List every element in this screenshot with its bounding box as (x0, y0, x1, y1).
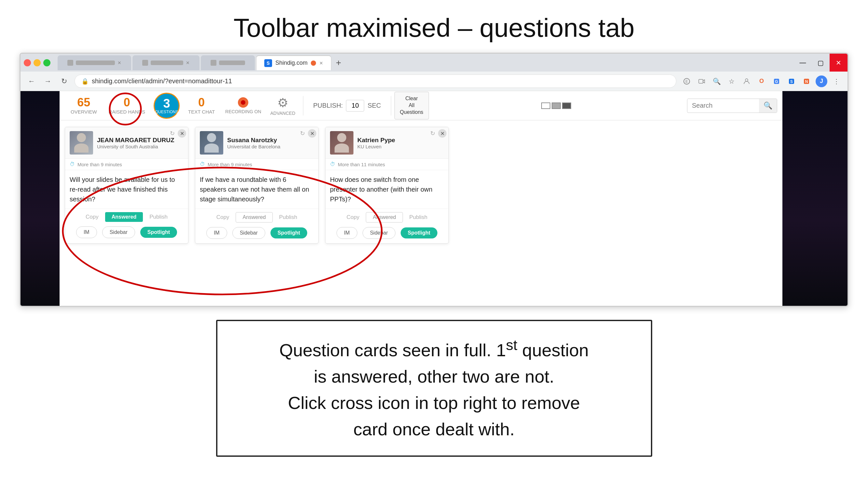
close-dot[interactable] (24, 59, 31, 66)
card-1-person-name: JEAN MARGARET DURUZ (97, 137, 184, 144)
bookmark-icon[interactable]: ☆ (726, 75, 738, 87)
address-bar: ← → ↻ 🔒 shindig.com/client/admin/?event=… (21, 72, 847, 91)
maximize-dot[interactable] (43, 59, 51, 66)
card-2-actions-row2: IM Sidebar Spotlight (195, 225, 318, 243)
publish-label: PUBLISH: (313, 102, 343, 109)
text-chat-tab[interactable]: 0 TEXT CHAT (182, 93, 221, 118)
recording-dot (238, 97, 248, 108)
recording-indicator-dot (311, 61, 316, 66)
card-2-person-name: Susana Narotzky (227, 137, 314, 144)
account-icon[interactable] (741, 75, 752, 87)
card-2-copy-link[interactable]: Copy (216, 214, 229, 221)
lock-icon: 🔒 (81, 78, 89, 85)
card-3-publish-link[interactable]: Publish (409, 214, 428, 221)
card-1-publish-link[interactable]: Publish (149, 214, 167, 220)
card-2-close-button[interactable]: ✕ (308, 129, 316, 138)
question-card-2: Susana Narotzky Universitat de Barcelona… (195, 127, 319, 244)
questions-area: JEAN MARGARET DURUZ University of South … (60, 120, 782, 250)
publish-seconds-input[interactable] (346, 100, 364, 111)
scene-left-panel (21, 91, 60, 306)
video-icon[interactable] (696, 75, 708, 87)
browser-tabs-bar: ✕ ✕ S Shindig.com ✕ + — (21, 54, 847, 72)
card-1-refresh-button[interactable]: ↻ (168, 129, 177, 138)
card-1-answered-button[interactable]: Answered (105, 212, 143, 222)
card-2-spotlight-button[interactable]: Spotlight (271, 227, 307, 238)
svg-text:G: G (775, 79, 778, 84)
toolbar-separator-1 (303, 96, 303, 116)
close-button[interactable]: ✕ (830, 54, 847, 72)
card-3-person-org: KU Leuven (358, 144, 444, 149)
card-1-sidebar-button[interactable]: Sidebar (102, 226, 135, 238)
search-input[interactable] (687, 99, 759, 112)
minimize-dot[interactable] (33, 59, 41, 66)
card-2-refresh-button[interactable]: ↻ (298, 129, 307, 138)
card-3-header: Katrien Pype KU Leuven ↻ ✕ (326, 127, 448, 159)
restore-button[interactable]: ▢ (812, 54, 830, 72)
card-1-actions-row2: IM Sidebar Spotlight (65, 224, 188, 243)
card-2-publish-link[interactable]: Publish (279, 214, 298, 221)
card-1-copy-link[interactable]: Copy (86, 214, 99, 220)
card-3-refresh-button[interactable]: ↻ (428, 129, 437, 138)
address-input-field[interactable]: 🔒 shindig.com/client/admin/?event=nomadi… (74, 74, 676, 88)
questions-tab-active[interactable]: 3 QUESTIONS (151, 91, 182, 121)
card-3-person-name: Katrien Pype (358, 137, 444, 144)
app-layout: 65 OVERVIEW 0 RAISED HANDS 3 QUESTIONS (21, 91, 847, 306)
card-2-time: ⏱ More than 9 minutes (195, 159, 318, 170)
card-2-person-info: Susana Narotzky Universitat de Barcelona (227, 137, 314, 149)
card-1-question-text: Will your slides be available for us to … (70, 176, 175, 203)
card-3-spotlight-button[interactable]: Spotlight (401, 227, 437, 238)
card-3-im-button[interactable]: IM (337, 227, 358, 239)
recording-label: RECORDING ON (225, 109, 261, 114)
card-3-copy-link[interactable]: Copy (347, 214, 360, 221)
shindig-tab-close[interactable]: ✕ (319, 61, 323, 66)
extensions-icon[interactable]: E (681, 75, 692, 87)
card-2-time-label: More than 9 minutes (208, 162, 252, 167)
questions-count: 3 (163, 97, 170, 110)
new-tab-button[interactable]: + (333, 57, 344, 69)
panel-large-icon[interactable] (562, 102, 571, 109)
advanced-label: ADVANCED (271, 110, 296, 116)
shindig-tab[interactable]: S Shindig.com ✕ (256, 55, 331, 70)
advanced-button[interactable]: ⚙ ADVANCED (266, 92, 300, 119)
browser-ext-2[interactable]: S (786, 75, 797, 87)
inactive-tab-1[interactable]: ✕ (58, 55, 131, 70)
panel-small-icon[interactable] (541, 102, 550, 109)
refresh-button[interactable]: ↻ (58, 75, 70, 87)
profile-avatar[interactable]: J (815, 75, 827, 87)
forward-button[interactable]: → (42, 75, 54, 87)
svg-point-4 (745, 79, 748, 82)
card-2-answered-button[interactable]: Answered (236, 212, 272, 223)
card-1-actions-row1: Copy Answered Publish (65, 208, 188, 224)
minimize-button[interactable]: — (794, 54, 812, 72)
card-1-close-button[interactable]: ✕ (178, 129, 186, 138)
card-1-spotlight-button[interactable]: Spotlight (140, 227, 177, 238)
card-1-im-button[interactable]: IM (76, 226, 97, 238)
card-3-sidebar-button[interactable]: Sidebar (363, 227, 396, 239)
search-icon-toolbar[interactable]: 🔍 (711, 75, 722, 87)
browser-ext-3[interactable]: N (801, 75, 812, 87)
card-3-body: How does one switch from one presenter t… (326, 170, 448, 208)
card-2-im-button[interactable]: IM (206, 227, 227, 239)
card-1-person-org: University of South Australia (97, 144, 184, 149)
inactive-tab-2[interactable]: ✕ (132, 55, 199, 70)
raised-hands-tab[interactable]: 0 RAISED HANDS (103, 93, 151, 118)
time-icon-2: ⏱ (200, 161, 205, 167)
browser-ext-1[interactable]: G (771, 75, 782, 87)
card-1-header: JEAN MARGARET DURUZ University of South … (65, 127, 188, 159)
overview-tab[interactable]: 65 OVERVIEW (65, 93, 103, 118)
card-3-actions-row2: IM Sidebar Spotlight (326, 225, 448, 243)
card-3-answered-button[interactable]: Answered (366, 212, 403, 223)
clear-all-button[interactable]: Clear All Questions (395, 92, 429, 119)
opera-icon[interactable]: O (756, 75, 768, 87)
recording-button[interactable]: RECORDING ON (221, 94, 266, 118)
panel-medium-icon[interactable] (552, 102, 561, 109)
back-button[interactable]: ← (26, 75, 37, 87)
inactive-tab-3[interactable] (201, 55, 255, 70)
browser-menu[interactable]: ⋮ (831, 75, 842, 87)
search-button[interactable]: 🔍 (759, 99, 777, 112)
card-2-sidebar-button[interactable]: Sidebar (232, 227, 265, 239)
card-1-body: Will your slides be available for us to … (65, 170, 188, 208)
card-3-time: ⏱ More than 11 minutes (326, 159, 448, 170)
card-3-person-info: Katrien Pype KU Leuven (358, 137, 444, 149)
card-3-close-button[interactable]: ✕ (438, 129, 446, 138)
